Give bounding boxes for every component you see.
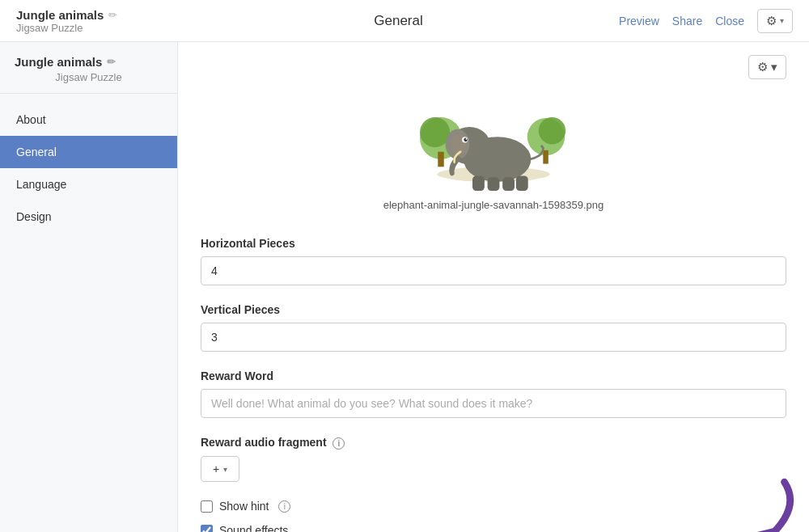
sound-effects-row: Sound effects bbox=[201, 524, 786, 532]
reward-audio-label: Reward audio fragment i bbox=[201, 436, 786, 450]
svg-point-13 bbox=[466, 138, 468, 140]
horizontal-pieces-group: Horizontal Pieces bbox=[201, 237, 786, 285]
gear-icon: ⚙ bbox=[766, 14, 777, 28]
show-hint-info-icon[interactable]: i bbox=[278, 500, 290, 513]
svg-point-12 bbox=[464, 138, 468, 142]
reward-word-input[interactable] bbox=[201, 389, 786, 418]
svg-rect-15 bbox=[488, 177, 500, 191]
reward-audio-group: Reward audio fragment i + ▾ bbox=[201, 436, 786, 482]
image-gear-icon: ⚙ bbox=[757, 60, 768, 74]
svg-rect-5 bbox=[543, 150, 549, 164]
header-left: Jungle animals ✏ Jigsaw Puzzle bbox=[16, 8, 178, 34]
caret-icon: ▾ bbox=[780, 16, 784, 25]
share-link[interactable]: Share bbox=[672, 15, 702, 27]
elephant-illustration bbox=[413, 86, 574, 191]
edit-icon[interactable]: ✏ bbox=[108, 9, 117, 21]
sound-effects-checkbox[interactable] bbox=[201, 525, 213, 533]
add-audio-button[interactable]: + ▾ bbox=[201, 456, 239, 482]
settings-gear-button[interactable]: ⚙ ▾ bbox=[757, 9, 793, 33]
reward-audio-info-icon[interactable]: i bbox=[332, 437, 345, 450]
page-title: General bbox=[178, 13, 619, 29]
svg-rect-2 bbox=[438, 152, 443, 167]
content-area: ⚙ ▾ bbox=[178, 42, 809, 532]
vertical-pieces-group: Vertical Pieces bbox=[201, 303, 786, 352]
sidebar-item-about[interactable]: About bbox=[0, 103, 177, 136]
plus-icon: + bbox=[213, 462, 219, 475]
sidebar-nav: About General Language Design bbox=[0, 94, 177, 243]
sidebar: Jungle animals ✏ Jigsaw Puzzle About Gen… bbox=[0, 42, 178, 532]
svg-point-4 bbox=[539, 117, 565, 144]
vertical-pieces-label: Vertical Pieces bbox=[201, 303, 786, 316]
horizontal-pieces-label: Horizontal Pieces bbox=[201, 237, 786, 250]
show-hint-label: Show hint bbox=[219, 500, 269, 513]
close-link[interactable]: Close bbox=[715, 15, 744, 27]
svg-point-1 bbox=[420, 117, 450, 147]
puzzle-image bbox=[201, 86, 786, 191]
svg-rect-16 bbox=[502, 177, 515, 191]
content-inner: ⚙ ▾ bbox=[178, 42, 809, 532]
sidebar-app-type: Jigsaw Puzzle bbox=[16, 22, 117, 34]
app-name: Jungle animals bbox=[16, 8, 104, 22]
sidebar-item-design[interactable]: Design bbox=[0, 201, 177, 233]
sidebar-item-general[interactable]: General bbox=[0, 136, 177, 168]
image-caret-icon: ▾ bbox=[771, 60, 777, 74]
image-gear-button[interactable]: ⚙ ▾ bbox=[748, 55, 786, 79]
horizontal-pieces-input[interactable] bbox=[201, 256, 786, 285]
add-caret-icon: ▾ bbox=[223, 465, 227, 474]
image-section: ⚙ ▾ bbox=[201, 55, 786, 227]
svg-rect-14 bbox=[472, 175, 485, 191]
sidebar-edit-icon[interactable]: ✏ bbox=[107, 56, 116, 68]
app-header: Jungle animals ✏ Jigsaw Puzzle General P… bbox=[0, 0, 809, 42]
show-hint-row: Show hint i bbox=[201, 500, 786, 513]
show-hint-checkbox[interactable] bbox=[201, 500, 213, 513]
image-filename: elephant-animal-jungle-savannah-1598359.… bbox=[201, 199, 786, 211]
sidebar-app-info: Jungle animals ✏ Jigsaw Puzzle bbox=[0, 42, 177, 94]
header-right: Preview Share Close ⚙ ▾ bbox=[619, 9, 793, 33]
sound-effects-label: Sound effects bbox=[219, 524, 288, 532]
sidebar-app-name: Jungle animals ✏ bbox=[15, 55, 163, 69]
sidebar-app-type: Jigsaw Puzzle bbox=[15, 71, 163, 83]
reward-word-label: Reward Word bbox=[201, 369, 786, 382]
sidebar-item-language[interactable]: Language bbox=[0, 168, 177, 201]
checkboxes-section: Show hint i Sound effects bbox=[201, 500, 786, 532]
preview-link[interactable]: Preview bbox=[619, 15, 659, 27]
main-layout: Jungle animals ✏ Jigsaw Puzzle About Gen… bbox=[0, 42, 809, 532]
svg-rect-17 bbox=[516, 175, 528, 191]
reward-word-group: Reward Word bbox=[201, 369, 786, 418]
vertical-pieces-input[interactable] bbox=[201, 323, 786, 352]
